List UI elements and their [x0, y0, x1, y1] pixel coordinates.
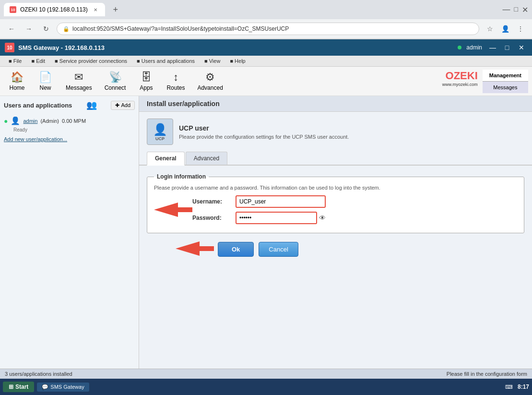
routes-button[interactable]: ↕ Routes: [161, 69, 190, 94]
menu-file[interactable]: ■ File: [4, 57, 26, 65]
menu-help[interactable]: ■ Help: [225, 57, 250, 65]
form-area: Login information Please provide a usern…: [139, 166, 532, 267]
ucp-person-icon: 👤: [153, 123, 167, 136]
show-password-button[interactable]: 👁: [319, 214, 326, 222]
app-icon: 10: [5, 43, 14, 52]
admin-user-item: ● 👤 admin (Admin) 0.00 MPM: [4, 114, 135, 127]
tab-general[interactable]: General: [147, 152, 185, 166]
menu-service-provider[interactable]: ■ Service provider connections: [50, 57, 132, 65]
sidebar-header: Users and applications 👥 ✚ Add: [4, 100, 135, 110]
bookmark-icon[interactable]: ☆: [483, 22, 497, 36]
panel-title: Install user/application: [139, 96, 532, 112]
advanced-button[interactable]: ⚙ Advanced: [192, 69, 228, 94]
browser-nav: ← → ↻ 🔒 localhost:9520/SMS+Gateway/?a=In…: [0, 19, 532, 39]
ok-button[interactable]: Ok: [218, 242, 254, 257]
start-button[interactable]: ⊞ Start: [3, 382, 34, 392]
logo-text: OZEKI: [442, 70, 478, 82]
url-text: localhost:9520/SMS+Gateway/?a=InstallSol…: [72, 25, 473, 32]
menu-users[interactable]: ■ Users and applications: [132, 57, 200, 65]
arrow-ok-indicator: [176, 239, 214, 260]
profile-icon[interactable]: 👤: [498, 22, 512, 36]
new-label: New: [39, 84, 51, 91]
login-desc: Please provide a username and a password…: [154, 185, 517, 191]
browser-chrome: 10 OZEKI 10 (192.168.0.113) ✕ + — □ ✕ ← …: [0, 0, 532, 39]
connect-button[interactable]: 📡 Connect: [99, 69, 131, 94]
management-tab-button[interactable]: Management: [483, 70, 528, 82]
window-controls: — □ ✕: [487, 42, 527, 53]
advanced-icon: ⚙: [205, 71, 215, 84]
taskbar-right: ⌨ 8:17: [505, 383, 529, 390]
tab-advanced[interactable]: Advanced: [186, 152, 227, 165]
messages-label: Messages: [66, 84, 92, 91]
routes-icon: ↕: [173, 71, 178, 84]
browser-tab[interactable]: 10 OZEKI 10 (192.168.0.113) ✕: [4, 3, 105, 16]
user-online-dot: ●: [4, 117, 8, 125]
tab-close-button[interactable]: ✕: [92, 6, 99, 13]
ucp-header: 👤 UCP UCP user Please provide the config…: [139, 112, 532, 152]
new-button[interactable]: 📄 New: [32, 69, 59, 94]
user-mpm-text: 0.00 MPM: [62, 118, 86, 124]
ucp-title: UCP user: [179, 124, 349, 132]
maximize-icon[interactable]: □: [514, 5, 518, 14]
lock-icon: 🔒: [63, 26, 70, 32]
management-tabs: Management Messages: [483, 70, 528, 93]
address-bar[interactable]: 🔒 localhost:9520/SMS+Gateway/?a=InstallS…: [57, 23, 479, 35]
home-button[interactable]: 🏠 Home: [4, 69, 30, 94]
menu-edit[interactable]: ■ Edit: [26, 57, 50, 65]
new-icon: 📄: [39, 71, 52, 84]
online-indicator: [458, 46, 461, 49]
apps-label: Apps: [140, 84, 153, 91]
password-field-container: 👁: [236, 212, 326, 224]
add-plus-icon: ✚: [115, 102, 119, 108]
taskbar-sms-gateway[interactable]: 💬 SMS Gateway: [37, 383, 89, 392]
arrow-left-indicator: [154, 200, 192, 219]
username-label: Username:: [192, 198, 236, 205]
minimize-icon[interactable]: —: [503, 5, 510, 14]
add-user-link[interactable]: Add new user/application...: [4, 136, 135, 142]
toolbar: 🏠 Home 📄 New ✉ Messages 📡 Connect 🗄 Apps…: [0, 67, 532, 96]
app-title-text: SMS Gateway - 192.168.0.113: [18, 44, 105, 51]
admin-link[interactable]: admin: [23, 118, 37, 124]
home-label: Home: [9, 84, 24, 91]
new-tab-button[interactable]: +: [109, 3, 122, 16]
taskbar-sms-icon: 💬: [42, 384, 48, 390]
svg-marker-1: [176, 241, 214, 256]
advanced-label: Advanced: [197, 84, 223, 91]
admin-user-label: admin: [466, 44, 482, 51]
app-header: 10 SMS Gateway - 192.168.0.113 admin — □…: [0, 39, 532, 56]
sidebar-title: Users and applications: [4, 102, 72, 109]
add-button[interactable]: ✚ Add: [111, 101, 135, 110]
browser-nav-icons: ☆ 👤 ⋮: [483, 22, 527, 36]
username-row: Username:: [192, 195, 326, 208]
messages-button[interactable]: ✉ Messages: [60, 69, 97, 94]
win-minimize-button[interactable]: —: [487, 42, 498, 53]
add-label: Add: [121, 102, 130, 108]
start-label: Start: [15, 383, 28, 390]
clock-display: 8:17: [518, 383, 529, 390]
app-title: 10 SMS Gateway - 192.168.0.113: [5, 43, 105, 52]
buttons-container: Ok Cancel: [147, 239, 524, 260]
status-right: Please fill in the configuration form: [447, 371, 527, 377]
connect-label: Connect: [105, 84, 126, 91]
username-input[interactable]: [236, 195, 326, 208]
win-maximize-button[interactable]: □: [501, 42, 513, 53]
close-icon[interactable]: ✕: [522, 5, 528, 14]
menu-view[interactable]: ■ View: [200, 57, 225, 65]
menu-icon[interactable]: ⋮: [514, 22, 527, 36]
fieldset-legend: Login information: [154, 173, 209, 180]
messages-tab-button[interactable]: Messages: [483, 82, 528, 93]
app-header-right: admin — □ ✕: [458, 42, 527, 53]
logo-url: www.myozeki.com: [442, 82, 478, 87]
password-input[interactable]: [236, 212, 317, 224]
people-icon: 👥: [86, 100, 97, 110]
refresh-button[interactable]: ↻: [39, 22, 53, 36]
password-label: Password:: [192, 215, 236, 221]
back-button[interactable]: ←: [5, 22, 18, 36]
user-role-text: (Admin): [40, 118, 59, 124]
apps-button[interactable]: 🗄 Apps: [133, 69, 159, 94]
ozeki-logo: OZEKI www.myozeki.com: [442, 70, 478, 93]
tab-icon: 10: [10, 6, 16, 13]
win-close-button[interactable]: ✕: [516, 42, 527, 53]
cancel-button[interactable]: Cancel: [259, 242, 298, 257]
forward-button[interactable]: →: [22, 22, 35, 36]
